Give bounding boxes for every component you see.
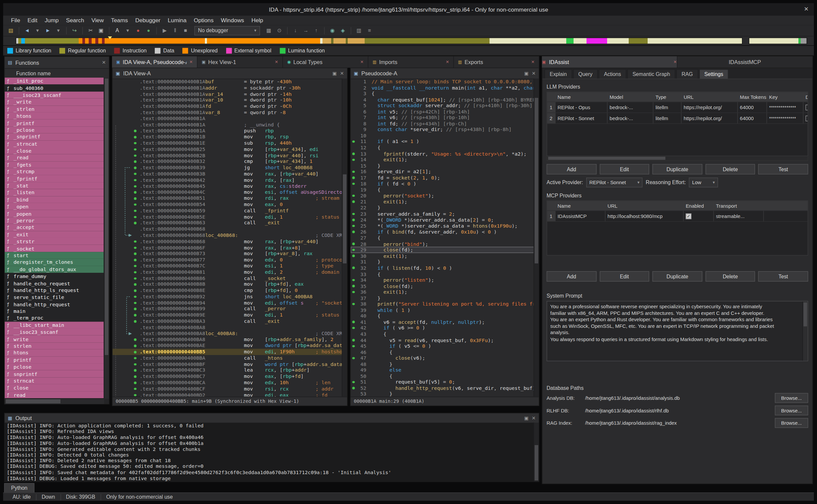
function-row[interactable]: ƒ__libc_start_main	[5, 322, 104, 328]
function-row[interactable]: ƒstrlen	[5, 342, 104, 349]
browse-button[interactable]: Browse...	[775, 405, 808, 415]
browse-button[interactable]: Browse...	[775, 418, 808, 428]
pseudocode-line[interactable]: 26 if ( bind(fd, &server_addr, 0x10u) < …	[351, 229, 534, 235]
assist-tab-query[interactable]: Query	[573, 69, 597, 79]
pseudocode-line[interactable]: 9 const char *serve_dir; // [rsp+438h] […	[351, 127, 534, 133]
system-prompt-field[interactable]: You are a professional software reverse …	[547, 301, 808, 361]
menu-debugger[interactable]: Debugger	[131, 17, 164, 24]
pseudocode-line[interactable]: 24 *(_DWORD *)&server_addr.sa_data[2] = …	[351, 217, 534, 223]
function-row[interactable]: ƒ_term_proc	[5, 315, 104, 322]
llm-table-scrollbar[interactable]	[547, 156, 808, 161]
pseudocode-line[interactable]: 2void __fastcall __noreturn main(int a1,…	[351, 85, 534, 91]
ida-view-close-icon[interactable]: ✕	[340, 71, 344, 76]
function-row[interactable]: ƒclose	[5, 384, 104, 391]
disasm-line[interactable]: .text:0000000000400BC3 lea rcx, [rbp+add…	[112, 367, 342, 374]
pseudocode-line[interactable]: 21 exit(1);	[351, 199, 534, 205]
font-dropdown-icon[interactable]: ▾	[123, 26, 132, 35]
function-row[interactable]: ƒ_strstr	[5, 238, 104, 245]
disasm-line[interactable]: .text:0000000000400B1Afd = dword ptr -0C…	[112, 103, 342, 109]
function-row[interactable]: ƒ_init_proc	[5, 78, 104, 85]
disasm-line[interactable]: .text:0000000000400B1E sub rsp, 440h	[112, 140, 342, 146]
disasm-line[interactable]: .text:0000000000400B9E mov edi, 1 ; stat…	[112, 312, 342, 318]
menu-edit[interactable]: Edit	[24, 17, 41, 24]
function-row[interactable]: ƒ_pclose	[5, 126, 104, 133]
debug-options-icon[interactable]: ⊙	[275, 26, 284, 35]
function-row[interactable]: ƒstrncat	[5, 377, 104, 384]
pseudocode-close-icon[interactable]: ✕	[532, 71, 536, 76]
menu-windows[interactable]: Windows	[217, 17, 248, 24]
function-row[interactable]: ƒ_strlen	[5, 106, 104, 112]
pseudocode-line[interactable]: 47 close(v6);	[351, 355, 534, 361]
disassembly-scrollbar[interactable]	[342, 79, 347, 397]
assist-tab-rag[interactable]: RAG	[677, 69, 698, 79]
navigation-band-addresses[interactable]	[16, 37, 743, 44]
function-row[interactable]: ƒ_accept	[5, 224, 104, 231]
disasm-line[interactable]: .text:0000000000400B73 mov [rbp+var_8], …	[112, 251, 342, 257]
pseudocode-line[interactable]: 1// Main server loop: binds TCP socket t…	[351, 79, 534, 85]
pseudocode-line[interactable]: 45 if ( v5 <= 0 )	[351, 343, 534, 349]
menu-jump[interactable]: Jump	[41, 17, 62, 24]
function-row[interactable]: ƒ_read	[5, 154, 104, 161]
font-icon[interactable]: A	[112, 26, 122, 35]
function-row[interactable]: ƒhtons	[5, 349, 104, 356]
jump-icon[interactable]: ↪	[70, 26, 79, 35]
assist-tab-settings[interactable]: Settings	[699, 69, 728, 79]
checkbox[interactable]: ✓	[686, 213, 692, 219]
disasm-line[interactable]: .text:0000000000400BCF mov rsi, rcx ; ad…	[112, 386, 342, 392]
scrollbar-thumb[interactable]	[803, 303, 807, 326]
pseudocode-line[interactable]: 51 request_buf[v5] = 0;	[351, 379, 534, 385]
assist-tab-explain[interactable]: Explain	[545, 69, 572, 79]
python-console-button[interactable]: Python	[4, 483, 35, 493]
pseudocode-line[interactable]: 14 exit(1);	[351, 157, 534, 163]
disasm-line[interactable]: .text:0000000000400B68loc_400B68: ; CODE…	[112, 232, 342, 239]
disasm-line[interactable]: .text:0000000000400BAE mov dword ptr [rb…	[112, 343, 342, 349]
table-row[interactable]: 2REPilot - Sonnetbedrock-...litellmhttps…	[547, 113, 807, 124]
disasm-line[interactable]: .text:0000000000400B94 mov edi, offset s…	[112, 300, 342, 306]
function-row[interactable]: ƒpclose	[5, 363, 104, 370]
disasm-line[interactable]: .text:0000000000400B1A ; __unwind {	[112, 121, 342, 128]
test-button[interactable]: Test	[758, 271, 808, 281]
disasm-line[interactable]: .text:0000000000400BA3 call _exit	[112, 318, 342, 324]
tab-close-icon[interactable]: ✕	[360, 60, 364, 64]
function-row[interactable]: ƒ_stat	[5, 182, 104, 189]
pseudocode-line[interactable]: 11 if ( a1 <= 1 )	[351, 139, 534, 145]
disasm-line[interactable]: .text:0000000000400B54 mov eax, 0	[112, 201, 342, 208]
function-row[interactable]: ƒ__do_global_dtors_aux	[5, 266, 104, 273]
function-row[interactable]: ƒserve_static_file	[5, 294, 104, 301]
tab-idassist[interactable]: ▣IDAssist✕	[542, 56, 678, 68]
pseudocode-line[interactable]: 52 handle_http_request(v6, serve_dir, re…	[351, 385, 534, 391]
debug-attach-icon[interactable]: ▦	[264, 26, 273, 35]
delete-button[interactable]: Delete	[706, 271, 755, 281]
assist-tab-semantic-graph[interactable]: Semantic Graph	[628, 69, 676, 79]
assist-tab-actions[interactable]: Actions	[599, 69, 627, 79]
pseudocode-line[interactable]: 27 {	[351, 235, 534, 241]
pseudocode-line[interactable]: 32 if ( listen(fd, 10) < 0 )	[351, 265, 534, 271]
disasm-line[interactable]: .text:0000000000400B39 jg short loc_400B…	[112, 165, 342, 171]
run-until-return-icon[interactable]: ↑	[312, 26, 321, 35]
pseudocode-line[interactable]: 35 close(fd);	[351, 283, 534, 289]
disasm-line[interactable]: .text:0000000000400B42 mov rdx, [rax]	[112, 177, 342, 183]
function-row[interactable]: ƒ_htons	[5, 112, 104, 119]
function-row[interactable]: ƒ_perror	[5, 217, 104, 224]
function-row[interactable]: ƒ_popen	[5, 210, 104, 217]
step-over-icon[interactable]: →	[301, 26, 311, 35]
disassembly-view[interactable]: .text:0000000000400B1Abuf = byte ptr -43…	[112, 79, 342, 397]
function-row[interactable]: ƒsub_400360	[5, 85, 104, 92]
reasoning-effort-select[interactable]: Low▾	[689, 178, 718, 187]
search-icon[interactable]: ◉	[328, 26, 337, 35]
pseudocode-line[interactable]: 19 {	[351, 187, 534, 193]
table-row[interactable]: 1IDAssistMCPhttp://localhost:9080/mcp✓st…	[547, 211, 807, 222]
pseudocode-line[interactable]: 16 serve_dir = a2[1];	[351, 169, 534, 175]
scrollbar-thumb[interactable]	[535, 98, 538, 263]
desktop-list-icon[interactable]: ≡	[365, 26, 374, 35]
output-close-icon[interactable]: ✕	[532, 415, 536, 421]
menu-file[interactable]: File	[7, 17, 24, 24]
duplicate-button[interactable]: Duplicate	[653, 164, 703, 174]
disasm-line[interactable]: .text:0000000000400B6F mov rax, [rax+8]	[112, 245, 342, 251]
pseudocode-line[interactable]: 46 {	[351, 349, 534, 355]
function-row[interactable]: ƒ__isoc23_sscanf	[5, 328, 104, 335]
disasm-line[interactable]: .text:0000000000400B8E cmp [rbp+fd], 0	[112, 287, 342, 294]
tab-close-icon[interactable]: ✕	[673, 60, 677, 64]
pseudocode-line[interactable]: 15 }	[351, 163, 534, 169]
tab-idassistmcp[interactable]: IDAssistMCP	[678, 56, 813, 68]
